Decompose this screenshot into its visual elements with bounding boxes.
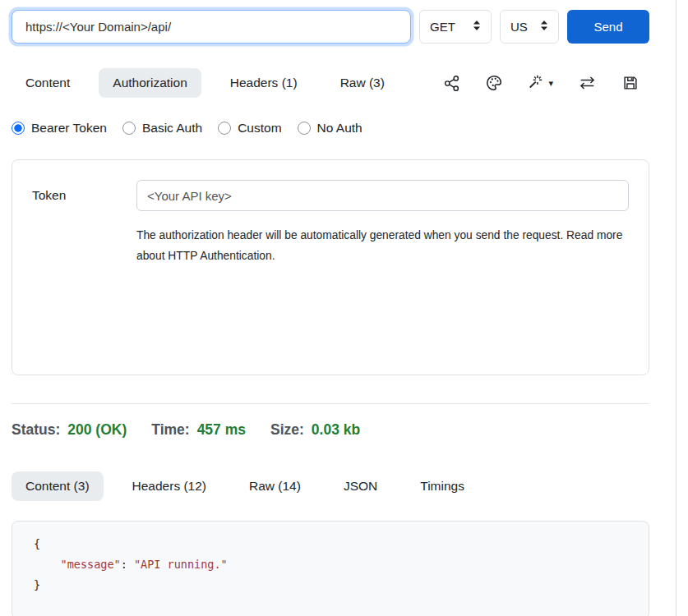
size-value: 0.03 kb (312, 421, 360, 439)
region-select-value: US (510, 20, 528, 34)
request-tabs: Content Authorization Headers (1) Raw (3… (12, 68, 399, 98)
radio-bearer-token-input[interactable] (12, 122, 25, 135)
section-divider (12, 403, 649, 404)
chevron-down-icon: ▾ (548, 79, 553, 88)
tab-authorization[interactable]: Authorization (99, 68, 201, 98)
request-tabs-row: Content Authorization Headers (1) Raw (3… (12, 68, 649, 98)
auth-type-options: Bearer Token Basic Auth Custom No Auth (12, 121, 649, 136)
time-group: Time: 457 ms (151, 421, 246, 439)
time-label: Time: (151, 421, 189, 439)
response-tab-headers[interactable]: Headers (12) (118, 471, 220, 501)
response-json: { "message": "API running." } (34, 534, 627, 595)
response-summary: Status: 200 (OK) Time: 457 ms Size: 0.03… (12, 421, 649, 439)
response-tab-timings[interactable]: Timings (406, 471, 478, 501)
token-input[interactable] (136, 180, 629, 211)
json-value: "API running." (134, 558, 228, 571)
select-arrows-icon (473, 20, 481, 34)
tab-raw[interactable]: Raw (3) (326, 68, 399, 98)
toolbar-icons: ▾ (443, 74, 649, 92)
size-label: Size: (270, 421, 304, 439)
swap-arrows-icon[interactable] (578, 74, 597, 92)
method-select[interactable]: GET (419, 10, 492, 44)
save-icon[interactable] (621, 74, 640, 92)
radio-custom-input[interactable] (218, 122, 231, 135)
time-value: 457 ms (197, 421, 246, 439)
token-panel: Token The authorization header will be a… (12, 159, 649, 375)
json-brace-close: } (34, 578, 40, 591)
tab-headers[interactable]: Headers (1) (216, 68, 312, 98)
radio-label: Custom (238, 121, 281, 136)
palette-icon[interactable] (485, 74, 503, 92)
magic-wand-menu-icon[interactable]: ▾ (528, 74, 553, 92)
status-group: Status: 200 (OK) (12, 421, 127, 439)
tab-content[interactable]: Content (12, 68, 84, 98)
status-value: 200 (OK) (67, 421, 127, 439)
token-label: Token (32, 188, 136, 203)
radio-label: Bearer Token (31, 121, 107, 136)
json-colon: : (121, 558, 134, 571)
radio-label: Basic Auth (142, 121, 202, 136)
select-arrows-icon (540, 20, 548, 34)
share-icon[interactable] (443, 75, 460, 92)
page-right-border (676, 0, 676, 616)
size-group: Size: 0.03 kb (270, 421, 360, 439)
response-tab-json[interactable]: JSON (330, 471, 391, 501)
radio-basic-auth[interactable]: Basic Auth (122, 121, 202, 136)
json-brace-open: { (34, 537, 40, 550)
radio-label: No Auth (317, 121, 362, 136)
radio-custom[interactable]: Custom (218, 121, 281, 136)
radio-basic-auth-input[interactable] (122, 122, 136, 135)
method-select-value: GET (430, 20, 455, 34)
region-select[interactable]: US (500, 10, 559, 44)
response-tabs: Content (3) Headers (12) Raw (14) JSON T… (12, 471, 649, 501)
token-help-text: The authorization header will be automat… (136, 225, 629, 266)
url-input[interactable] (12, 10, 411, 44)
response-tab-raw[interactable]: Raw (14) (235, 471, 315, 501)
request-bar: GET US Send (12, 10, 649, 44)
api-client: GET US Send Content Authorization Header… (12, 10, 649, 616)
radio-no-auth-input[interactable] (298, 122, 311, 135)
response-tab-content[interactable]: Content (3) (12, 471, 104, 501)
radio-no-auth[interactable]: No Auth (298, 121, 362, 136)
send-button[interactable]: Send (567, 10, 649, 44)
json-key: "message" (61, 558, 121, 571)
response-body-panel: { "message": "API running." } (12, 521, 649, 616)
json-indent (34, 558, 61, 571)
status-label: Status: (12, 421, 60, 439)
radio-bearer-token[interactable]: Bearer Token (12, 121, 107, 136)
